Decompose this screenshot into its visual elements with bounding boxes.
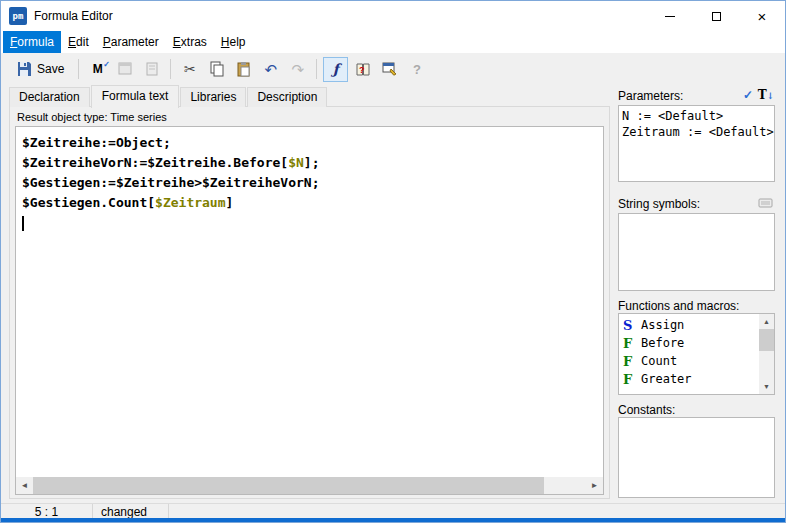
string-symbols-icon (758, 197, 774, 209)
scroll-down-arrow[interactable]: ▼ (759, 379, 774, 394)
toolbar-separator (316, 59, 317, 79)
scroll-right-arrow[interactable]: ► (586, 477, 603, 494)
functions-list: SAssignFBeforeFCountFGreater (619, 314, 758, 394)
function-wizard-button[interactable]: ƒ (323, 57, 348, 82)
scroll-up-arrow[interactable]: ▲ (759, 314, 774, 329)
minimize-icon (665, 16, 675, 17)
undo-icon: ↶ (265, 62, 278, 77)
redo-button[interactable]: ↷ (285, 57, 310, 82)
maximize-button[interactable] (693, 1, 739, 31)
parameter-item[interactable]: Zeitraum := <Default> (619, 124, 774, 140)
cut-button[interactable]: ✂ (177, 57, 202, 82)
toolbar: Save M✓ ✂ ↶ ↷ ƒ ? ? (1, 53, 785, 85)
window-bottom-border (1, 518, 785, 522)
m-check-icon: M✓ (93, 62, 103, 76)
functions-scrollbar: ▲ ▼ (759, 314, 774, 394)
code-area[interactable]: $Zeitreihe:=Object;$ZeitreiheVorN:=$Zeit… (16, 127, 603, 477)
string-symbols-header: String symbols: (618, 195, 775, 211)
parameters-header: Parameters: ✓ T↓ (618, 85, 775, 103)
constants-list[interactable] (618, 417, 775, 498)
code-line: $ZeitreiheVorN:=$Zeitreihe.Before[$N]; (22, 153, 597, 173)
formula-editor-window: pm Formula Editor × FormulaEditParameter… (0, 0, 786, 523)
functions-listbox[interactable]: SAssignFBeforeFCountFGreater ▲ ▼ (618, 313, 775, 395)
menu-item-edit[interactable]: Edit (61, 31, 96, 53)
string-symbols-list[interactable] (618, 213, 775, 291)
horizontal-scrollbar: ◄ ► (16, 477, 603, 494)
svg-text:?: ? (359, 65, 365, 75)
checkmark-icon: ✓ (743, 88, 753, 102)
context-help-button[interactable]: ? (404, 57, 429, 82)
code-line: $Zeitreihe:=Object; (22, 133, 597, 153)
window-pencil-icon (382, 61, 398, 77)
menu-bar: FormulaEditParameterExtrasHelp (1, 31, 785, 53)
window-title: Formula Editor (34, 9, 113, 23)
function-letter-icon: F (623, 336, 633, 351)
scroll-thumb[interactable] (759, 329, 774, 351)
toolbar-separator (170, 59, 171, 79)
text-caret (22, 216, 24, 231)
function-letter-icon: F (623, 354, 633, 369)
menu-item-help[interactable]: Help (214, 31, 253, 53)
formula-text-panel: Result object type: Time series $Zeitrei… (9, 106, 610, 499)
scroll-left-arrow[interactable]: ◄ (16, 477, 33, 494)
code-line: $Gestiegen.Count[$Zeitraum] (22, 193, 597, 213)
undo-button[interactable]: ↶ (258, 57, 283, 82)
function-icon: ƒ (333, 61, 339, 77)
save-label: Save (37, 62, 64, 76)
minimize-button[interactable] (647, 1, 693, 31)
scroll-track[interactable] (33, 477, 586, 494)
toolbar-separator (78, 59, 79, 79)
paste-icon (236, 61, 252, 77)
menu-item-formula[interactable]: Formula (3, 31, 61, 53)
constants-header: Constants: (618, 401, 775, 417)
function-label: Greater (641, 372, 692, 386)
insert-text-parameter-button[interactable]: T↓ (757, 87, 775, 103)
function-item-greater[interactable]: FGreater (619, 370, 758, 388)
tab-declaration[interactable]: Declaration (9, 87, 90, 107)
save-button[interactable]: Save (8, 57, 72, 82)
disabled-tool-button-1[interactable] (112, 57, 137, 82)
result-object-type-label: Result object type: Time series (17, 111, 167, 123)
side-panel: Parameters: ✓ T↓ N := <Default>Zeitraum … (618, 85, 775, 498)
function-item-count[interactable]: FCount (619, 352, 758, 370)
question-icon: ? (413, 62, 421, 77)
title-bar: pm Formula Editor × (1, 1, 785, 31)
formula-editor-area[interactable]: $Zeitreihe:=Object;$ZeitreiheVorN:=$Zeit… (15, 126, 604, 495)
close-button[interactable]: × (739, 1, 785, 31)
menu-item-parameter[interactable]: Parameter (96, 31, 166, 53)
tab-formula-text[interactable]: Formula text (91, 85, 180, 108)
functions-header: Functions and macros: (618, 297, 775, 313)
edit-comment-button[interactable] (377, 57, 402, 82)
scissors-icon: ✂ (184, 61, 196, 77)
close-icon: × (758, 9, 767, 24)
scroll-thumb[interactable] (33, 477, 544, 494)
syntax-check-button[interactable]: M✓ (85, 57, 110, 82)
scroll-track[interactable] (759, 329, 774, 379)
page-icon (144, 61, 160, 77)
function-item-before[interactable]: FBefore (619, 334, 758, 352)
function-label: Before (641, 336, 684, 350)
function-item-assign[interactable]: SAssign (619, 316, 758, 334)
help-book-icon: ? (355, 61, 371, 77)
function-label: Assign (641, 318, 684, 332)
paste-button[interactable] (231, 57, 256, 82)
tab-description[interactable]: Description (247, 87, 327, 107)
code-line: $Gestiegen:=$Zeitreihe>$ZeitreiheVorN; (22, 173, 597, 193)
parameter-item[interactable]: N := <Default> (619, 108, 774, 124)
disabled-tool-button-2[interactable] (139, 57, 164, 82)
tab-libraries[interactable]: Libraries (180, 87, 246, 107)
redo-icon: ↷ (292, 62, 305, 77)
string-symbols-tool-button[interactable] (757, 195, 775, 211)
string-symbols-label: String symbols: (618, 197, 700, 211)
copy-button[interactable] (204, 57, 229, 82)
functions-label: Functions and macros: (618, 299, 739, 313)
save-icon (16, 61, 32, 77)
menu-item-extras[interactable]: Extras (166, 31, 214, 53)
function-label: Count (641, 354, 677, 368)
function-letter-icon: F (623, 372, 633, 387)
parameters-list[interactable]: N := <Default>Zeitraum := <Default> (618, 105, 775, 182)
check-parameters-button[interactable]: ✓ (739, 87, 757, 103)
window-controls: × (647, 1, 785, 31)
help-topics-button[interactable]: ? (350, 57, 375, 82)
form-icon (117, 61, 133, 77)
